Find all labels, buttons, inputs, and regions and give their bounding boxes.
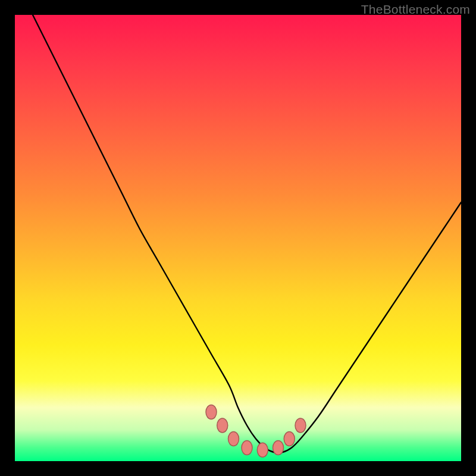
valley-marker xyxy=(217,418,228,433)
plot-area xyxy=(15,15,461,461)
curve-layer xyxy=(15,15,461,461)
valley-marker xyxy=(295,418,306,433)
valley-marker xyxy=(206,405,217,419)
valley-marker xyxy=(273,441,284,455)
watermark-text: TheBottleneck.com xyxy=(361,2,470,17)
valley-marker xyxy=(284,432,295,446)
valley-markers xyxy=(206,405,306,458)
valley-marker xyxy=(242,441,252,455)
bottleneck-curve xyxy=(33,15,461,453)
valley-marker xyxy=(257,443,268,457)
chart-frame: TheBottleneck.com xyxy=(0,0,476,476)
valley-marker xyxy=(228,432,239,446)
